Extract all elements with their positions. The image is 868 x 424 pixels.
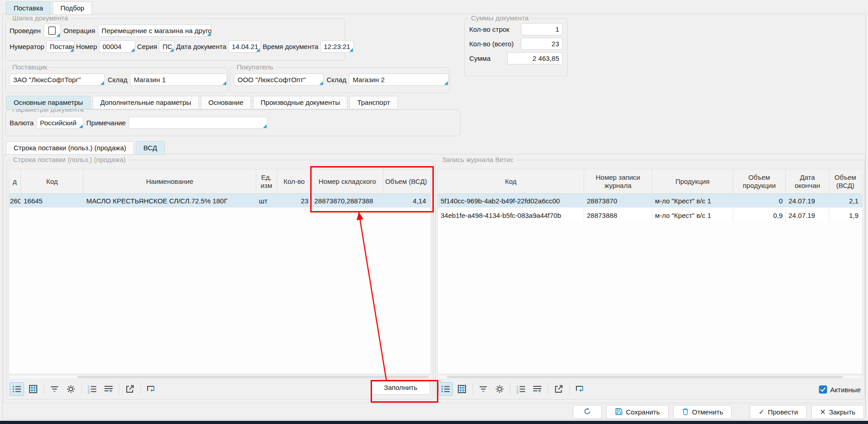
column-header[interactable]: Объем (ВСД) xyxy=(829,169,861,194)
buyer-group-title: Покупатель xyxy=(234,63,276,71)
supply-lines-header-row: д Код Наименование Ед. изм Кол-во Номер … xyxy=(9,169,431,194)
buyer-warehouse-label: Склад xyxy=(327,76,346,84)
refresh-button[interactable] xyxy=(573,405,602,419)
column-header[interactable]: Номер записи журнала xyxy=(584,169,652,194)
cell-product: м-ло "Крест" в/с 1 xyxy=(652,208,733,222)
horizontal-scrollbar[interactable] xyxy=(9,375,430,379)
save-button-label: Сохранить xyxy=(626,408,660,416)
bottom-action-bar: Сохранить Отменить ✓ Провести ✕ Закрыть xyxy=(573,405,864,419)
open-external-icon[interactable] xyxy=(123,382,137,396)
series-input[interactable]: ПС xyxy=(159,40,174,53)
fill-button[interactable]: Заполнить xyxy=(371,380,430,395)
active-filter[interactable]: Активные xyxy=(819,385,861,394)
list-view-icon[interactable] xyxy=(438,382,453,396)
tab-supply-line[interactable]: Строка поставки (польз.) (продажа) xyxy=(6,141,134,155)
toolbar-separator xyxy=(548,384,548,394)
note-input[interactable] xyxy=(129,117,268,129)
close-button-label: Закрыть xyxy=(829,408,855,416)
grid-icon[interactable] xyxy=(455,382,469,396)
cancel-button[interactable]: Отменить xyxy=(673,405,732,419)
tab-transport[interactable]: Транспорт xyxy=(349,96,397,109)
tab-postavka[interactable]: Поставка xyxy=(6,1,51,15)
close-button[interactable]: ✕ Закрыть xyxy=(811,405,864,419)
operation-input[interactable]: Перемещение с магазина на другой xyxy=(98,25,212,37)
tab-derived-docs[interactable]: Производные документы xyxy=(253,96,348,109)
table-row[interactable]: 34eb1fe-a498-4134-b5fc-083a9a44f70b 2887… xyxy=(438,208,862,223)
open-external-icon[interactable] xyxy=(551,382,566,396)
numbered-list-icon[interactable]: 123 xyxy=(514,382,528,396)
filter-icon[interactable] xyxy=(47,382,62,396)
buyer-warehouse-input[interactable]: Магазин 2 xyxy=(349,74,449,86)
buyer-org-input[interactable]: ООО "ЛюксСофтОпт" xyxy=(234,74,324,86)
refill-icon[interactable] xyxy=(573,382,587,396)
table-row[interactable]: 5f140cc-969b-4ab2-b49f-22fd02a6cc00 2887… xyxy=(438,194,862,208)
right-table-toolbar: 123 xyxy=(438,382,587,396)
grid-icon[interactable] xyxy=(26,382,40,396)
number-input[interactable]: 00004 xyxy=(99,40,135,53)
top-tabbar: Поставка Подбор xyxy=(6,1,92,15)
header-groupbox: Шапка документа Проведен Операция Переме… xyxy=(5,18,345,61)
column-header[interactable]: Продукция xyxy=(652,169,733,194)
cell-code: 16645 xyxy=(21,194,84,207)
doc-date-input[interactable]: 14.04.21 xyxy=(228,40,261,53)
active-checkbox-label: Активные xyxy=(830,386,861,394)
toolbar-separator xyxy=(510,384,511,394)
scrollbar-thumb[interactable] xyxy=(77,376,429,378)
list-view-icon[interactable] xyxy=(10,382,24,396)
lines-tabbar: Строка поставки (польз.) (продажа) ВСД xyxy=(6,141,165,155)
operation-label: Операция xyxy=(64,27,95,35)
column-header[interactable]: Ед. изм xyxy=(256,169,277,194)
close-icon: ✕ xyxy=(820,408,826,416)
column-header[interactable]: Код xyxy=(21,169,84,194)
column-header[interactable]: д xyxy=(9,169,21,194)
scrollbar-thumb[interactable] xyxy=(447,376,843,378)
sum-input[interactable]: 2 463,85 xyxy=(507,52,563,64)
params-tabbar: Основные параметры Дополнительные параме… xyxy=(6,96,398,109)
table-row[interactable]: 260 16645 МАСЛО КРЕСТЬЯНСКОЕ СЛ/СЛ.72.5%… xyxy=(9,194,431,208)
refill-icon[interactable] xyxy=(144,382,159,396)
cell-volume-vsd: 1,9 xyxy=(829,208,861,222)
column-header[interactable]: Кол-во xyxy=(277,169,312,194)
column-header[interactable]: Номер складского xyxy=(312,169,383,194)
numerator-input[interactable]: Поставки xyxy=(46,40,74,53)
params-groupbox: Параметры документа Валюта Российский Пр… xyxy=(5,109,461,136)
horizontal-scrollbar[interactable] xyxy=(437,375,862,379)
toolbar-separator xyxy=(472,384,473,394)
column-header[interactable]: Дата окончан xyxy=(786,169,829,194)
supply-lines-title: Строка поставки (польз.) (продажа) xyxy=(11,156,128,163)
add-rows-icon[interactable] xyxy=(530,382,545,396)
cell-name: МАСЛО КРЕСТЬЯНСКОЕ СЛ/СЛ.72.5% 180Г xyxy=(84,194,256,207)
doc-time-input[interactable]: 12:23:21 xyxy=(320,40,354,53)
numbered-list-icon[interactable]: 123 xyxy=(85,382,99,396)
supplier-org-input[interactable]: ЗАО "ЛюксСофтТорг" xyxy=(10,74,105,86)
gear-icon[interactable] xyxy=(492,382,507,396)
cell-journal-number: 28873888 xyxy=(584,208,652,222)
conduct-button[interactable]: ✓ Провести xyxy=(750,405,807,419)
qty-total-input[interactable]: 23 xyxy=(521,38,563,50)
tab-main-params[interactable]: Основные параметры xyxy=(6,96,91,109)
column-header[interactable]: Код xyxy=(438,169,584,194)
tab-additional-params[interactable]: Дополнительные параметры xyxy=(93,96,199,109)
currency-input[interactable]: Российский xyxy=(36,117,84,129)
column-header[interactable]: Объем (ВСД) xyxy=(383,169,429,194)
save-button[interactable]: Сохранить xyxy=(606,405,669,419)
svg-text:3: 3 xyxy=(88,391,89,394)
tab-basis[interactable]: Основание xyxy=(201,96,251,109)
add-rows-icon[interactable] xyxy=(101,382,116,396)
supply-lines-table: д Код Наименование Ед. изм Кол-во Номер … xyxy=(9,169,431,374)
cell-guid: 34eb1fe-a498-4134-b5fc-083a9a44f70b xyxy=(438,208,584,222)
column-header[interactable]: Наименование xyxy=(84,169,256,194)
active-checkbox[interactable] xyxy=(819,385,827,394)
gear-icon[interactable] xyxy=(64,382,78,396)
number-label: Номер xyxy=(76,43,97,50)
filter-icon[interactable] xyxy=(476,382,491,396)
left-table-toolbar: 123 xyxy=(10,382,159,396)
doc-time-label: Время документа xyxy=(263,43,318,50)
tab-vsd[interactable]: ВСД xyxy=(136,141,165,155)
column-header[interactable]: Объем продукции xyxy=(733,169,786,194)
series-label: Серия xyxy=(137,43,157,50)
proveden-checkbox[interactable] xyxy=(44,24,61,38)
supplier-warehouse-input[interactable]: Магазин 1 xyxy=(130,74,227,86)
tab-podbor[interactable]: Подбор xyxy=(53,1,92,15)
rows-count-input[interactable]: 1 xyxy=(521,23,563,35)
